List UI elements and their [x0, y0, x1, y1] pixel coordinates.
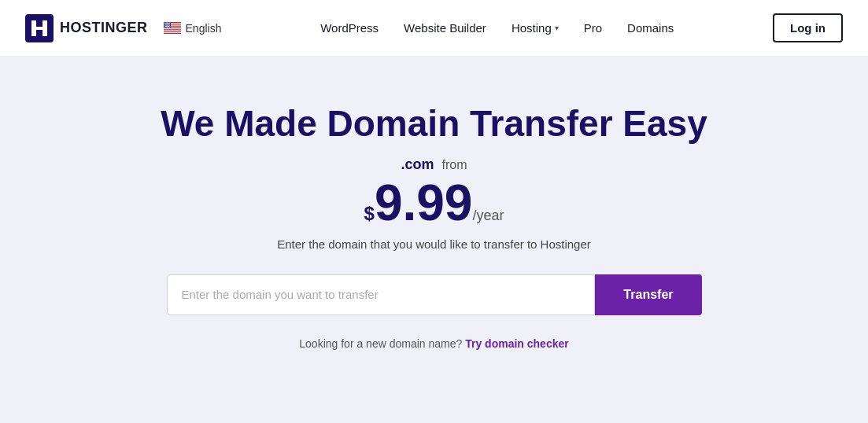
svg-point-28 — [165, 27, 166, 28]
svg-rect-6 — [164, 30, 181, 31]
svg-point-27 — [164, 27, 164, 28]
hosting-dropdown-icon: ▾ — [555, 24, 559, 32]
svg-point-31 — [168, 27, 169, 28]
login-button[interactable]: Log in — [773, 13, 843, 42]
svg-point-15 — [166, 24, 167, 24]
svg-point-9 — [164, 23, 164, 24]
hero-title: We Made Domain Transfer Easy — [161, 104, 707, 144]
svg-point-29 — [166, 27, 167, 28]
svg-point-20 — [166, 24, 167, 25]
svg-point-12 — [168, 23, 168, 24]
svg-point-19 — [165, 24, 166, 25]
nav-item-pro[interactable]: Pro — [584, 21, 602, 35]
svg-point-11 — [166, 23, 167, 24]
nav-item-domains[interactable]: Domains — [627, 21, 674, 35]
navbar-left: HOSTINGER — [25, 14, 221, 42]
price-container: $ 9.99 /year — [364, 178, 504, 228]
domain-search-row: Transfer — [167, 274, 702, 315]
svg-point-25 — [167, 26, 168, 27]
logo[interactable]: HOSTINGER — [25, 14, 148, 42]
logo-text: HOSTINGER — [60, 20, 148, 36]
transfer-button[interactable]: Transfer — [595, 274, 701, 315]
svg-point-21 — [168, 24, 168, 25]
hero-footer: Looking for a new domain name? Try domai… — [299, 337, 568, 350]
svg-rect-7 — [164, 32, 181, 33]
domain-checker-link[interactable]: Try domain checker — [465, 337, 569, 350]
svg-point-30 — [168, 27, 168, 28]
navbar-nav: WordPress Website Builder Hosting ▾ Pro … — [320, 21, 674, 35]
price-period: /year — [472, 208, 504, 224]
nav-item-wordpress[interactable]: WordPress — [320, 21, 379, 35]
nav-item-hosting[interactable]: Hosting ▾ — [512, 21, 559, 35]
hostinger-logo-icon — [25, 14, 54, 42]
language-label: English — [186, 22, 222, 35]
svg-point-23 — [164, 26, 165, 27]
svg-point-22 — [168, 24, 169, 25]
navbar: HOSTINGER — [0, 0, 868, 57]
from-label: from — [442, 158, 467, 172]
tld-label: .com — [401, 156, 434, 173]
svg-point-17 — [168, 24, 169, 24]
footer-text: Looking for a new domain name? — [299, 337, 462, 350]
svg-point-26 — [168, 26, 169, 27]
svg-point-14 — [164, 24, 165, 24]
language-selector[interactable]: English — [164, 22, 222, 35]
svg-point-10 — [165, 23, 166, 24]
price-dollar-sign: $ — [364, 203, 375, 225]
svg-point-24 — [166, 26, 167, 27]
svg-point-18 — [164, 24, 164, 25]
navbar-right: Log in — [773, 13, 843, 42]
price-amount: 9.99 — [375, 178, 473, 228]
hero-section: We Made Domain Transfer Easy .com from $… — [0, 57, 868, 423]
svg-point-13 — [168, 23, 169, 24]
domain-transfer-input[interactable] — [167, 274, 596, 315]
svg-rect-5 — [164, 28, 181, 29]
tld-from-row: .com from — [401, 156, 467, 173]
svg-point-16 — [167, 24, 168, 24]
hero-subtitle: Enter the domain that you would like to … — [277, 237, 591, 251]
us-flag-icon — [164, 22, 181, 34]
nav-item-website-builder[interactable]: Website Builder — [404, 21, 486, 35]
